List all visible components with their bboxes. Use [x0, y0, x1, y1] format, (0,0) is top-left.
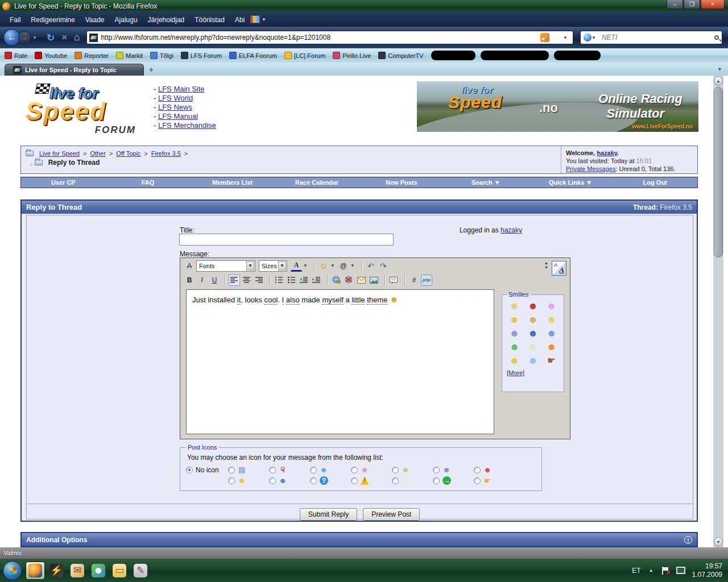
align-right-button[interactable]	[254, 275, 265, 286]
underline-button[interactable]: U	[209, 275, 220, 286]
menu-item[interactable]: Tööriistad	[189, 14, 230, 26]
radio-button[interactable]	[474, 477, 481, 484]
insert-email-button[interactable]	[356, 275, 367, 286]
font-select[interactable]: Fonts ▼	[196, 260, 255, 272]
forum-nav-item[interactable]: Members List	[190, 177, 275, 188]
attachment-button[interactable]: @	[338, 260, 349, 272]
forum-nav-item[interactable]: Search ▼	[444, 177, 528, 188]
reload-button[interactable]: ↻	[47, 32, 55, 44]
post-icon-option[interactable]: ☻	[351, 464, 392, 475]
preview-post-button[interactable]: Preview Post	[363, 508, 420, 521]
bookmark-item[interactable]: Pirillo Live	[333, 52, 371, 59]
post-icon-option[interactable]: ☻	[392, 464, 433, 475]
private-messages-link[interactable]: Private Messages	[566, 165, 615, 172]
search-engine-icon[interactable]	[584, 34, 592, 41]
post-icon-option[interactable]: ●	[392, 475, 433, 486]
menu-item[interactable]: Redigeerimine	[26, 14, 80, 26]
font-color-button[interactable]: A	[291, 260, 302, 272]
tab-active[interactable]: Live for Speed - Reply to Topic	[5, 64, 144, 76]
post-icon-option[interactable]: →	[433, 475, 474, 486]
bullet-list-button[interactable]	[286, 275, 297, 286]
url-dropdown-icon[interactable]: ▼	[563, 35, 568, 40]
radio-button[interactable]	[269, 477, 276, 484]
smiley-icon[interactable]: ☻	[509, 356, 519, 365]
color-dropdown-icon[interactable]: ▼	[303, 263, 308, 268]
clock[interactable]: 19:57 1.07.2009	[692, 562, 722, 579]
forward-button[interactable]: →	[18, 31, 31, 44]
stop-button[interactable]: ×	[61, 32, 67, 43]
forum-nav-item[interactable]: Race Calendar	[275, 177, 359, 188]
quote-button[interactable]	[388, 275, 400, 286]
indent-button[interactable]	[311, 275, 322, 286]
insert-image-button[interactable]	[369, 275, 380, 286]
bookmark-star-icon[interactable]: ☆	[553, 32, 560, 43]
header-link[interactable]: LFS News	[158, 103, 192, 111]
forum-nav-item[interactable]: FAQ	[106, 177, 191, 188]
lfs-logo[interactable]: live for Speed FORUM	[20, 84, 146, 136]
insert-link-button[interactable]	[331, 275, 342, 286]
radio-button[interactable]	[228, 477, 235, 484]
taskbar-icon[interactable]: ⚡	[47, 562, 66, 580]
url-bar[interactable]: ☆ ▼	[86, 31, 573, 44]
taskbar-icon[interactable]: ▭	[110, 562, 129, 580]
forum-nav-item[interactable]: Quick Links ▼	[528, 177, 613, 188]
network-icon[interactable]	[676, 567, 685, 574]
smiley-icon[interactable]: ☻	[547, 342, 557, 352]
smiley-button[interactable]: ☺	[318, 260, 329, 272]
smiley-icon[interactable]: ☻	[509, 301, 519, 311]
italic-button[interactable]: I	[196, 275, 208, 286]
scroll-up-button[interactable]: ▲	[714, 76, 723, 86]
smiley-icon[interactable]: ☻	[528, 301, 538, 311]
header-link[interactable]: LFS World	[158, 94, 193, 102]
php-button[interactable]: php	[421, 275, 432, 286]
radio-button[interactable]	[392, 477, 399, 484]
minimize-button[interactable]: –	[667, 0, 683, 9]
forum-nav-item[interactable]: Log Out	[613, 177, 697, 188]
header-link[interactable]: LFS Merchandise	[158, 121, 216, 130]
post-icon-option[interactable]: ?	[310, 475, 351, 486]
submit-reply-button[interactable]: Submit Reply	[300, 508, 357, 521]
radio-button[interactable]	[351, 477, 358, 484]
post-icon-option[interactable]: !	[351, 475, 392, 486]
collapse-icon[interactable]: ▲ ▲	[684, 536, 692, 544]
radio-selected[interactable]	[186, 467, 193, 473]
search-icon[interactable]	[714, 35, 719, 40]
menu-item[interactable]: Ajalugu	[110, 14, 143, 26]
radio-button[interactable]	[310, 477, 317, 484]
search-input[interactable]	[602, 34, 714, 41]
scroll-down-button[interactable]: ▼	[714, 537, 723, 547]
post-icon-option[interactable]: ☻	[228, 475, 269, 486]
radio-button[interactable]	[228, 467, 235, 473]
attachment-dropdown-icon[interactable]: ▼	[350, 263, 355, 268]
username-link[interactable]: hazaky	[597, 149, 617, 156]
align-left-button[interactable]	[229, 275, 240, 286]
bookmark-item[interactable]: LFS Forum	[181, 52, 222, 59]
bookmark-item[interactable]: Reporter	[75, 52, 109, 59]
menu-item[interactable]: Fail	[5, 14, 26, 26]
radio-button[interactable]	[433, 477, 440, 484]
history-dropdown-icon[interactable]: ▼	[32, 35, 37, 40]
no-icon-option[interactable]: No icon	[186, 466, 219, 474]
header-link[interactable]: LFS Main Site	[158, 85, 205, 93]
additional-options-bar[interactable]: Additional Options ▲ ▲	[20, 532, 698, 547]
logged-user-link[interactable]: hazaky	[500, 226, 522, 234]
bookmark-item[interactable]: Markit	[116, 52, 143, 59]
maximize-button[interactable]: ❐	[684, 0, 700, 9]
breadcrumb-link[interactable]: Off Topic	[116, 150, 140, 157]
smiley-icon[interactable]: ☻	[547, 301, 557, 311]
post-icon-option[interactable]: ☻	[269, 475, 310, 486]
bookmark-item[interactable]: Tõlgi	[150, 52, 173, 59]
new-tab-button[interactable]: +	[149, 65, 154, 74]
close-button[interactable]: ×	[701, 0, 725, 9]
smiley-icon[interactable]: ☻	[528, 315, 538, 325]
smiley-icon[interactable]: ☻	[547, 329, 557, 338]
bookmark-item[interactable]: ELFA Foorum	[229, 52, 277, 59]
breadcrumb-link[interactable]: Firefox 3.5	[151, 150, 181, 157]
radio-button[interactable]	[351, 467, 358, 473]
remove-link-button[interactable]	[344, 275, 355, 286]
smiley-icon[interactable]: ☛	[547, 356, 556, 365]
code-button[interactable]: #	[408, 275, 420, 286]
remove-format-button[interactable]: A	[184, 260, 195, 272]
start-button[interactable]	[3, 561, 22, 580]
taskbar-icon[interactable]: ✉	[68, 562, 87, 580]
